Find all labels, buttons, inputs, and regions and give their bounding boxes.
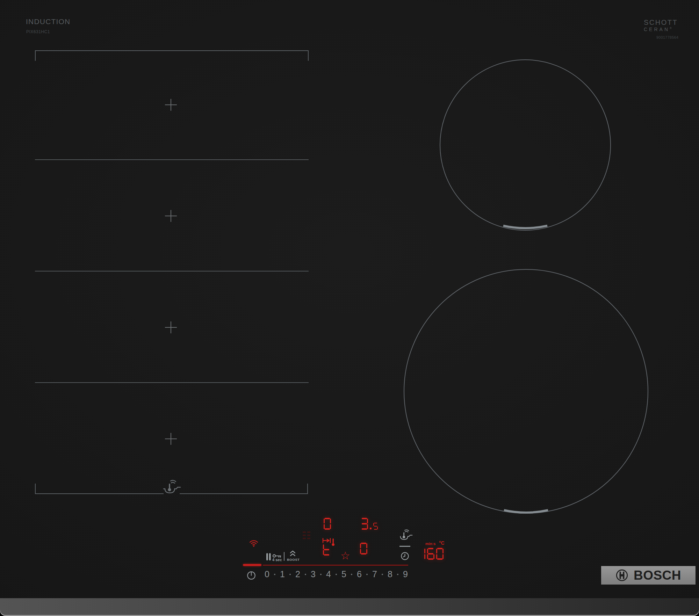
level-separator-dot (350, 574, 353, 575)
level-separator-dot (396, 574, 399, 575)
level-separator-dot (335, 574, 338, 575)
level-separator-dot (381, 574, 384, 575)
power-level-5[interactable]: 5 (338, 569, 350, 579)
pause-icon[interactable] (266, 553, 272, 561)
serial-number: 9001778564 (656, 35, 678, 39)
flex-zone-1-plus-icon[interactable] (165, 99, 177, 111)
boost-chevrons-icon[interactable] (289, 550, 296, 557)
flex-zone-divider-2 (35, 271, 309, 271)
timer-unit-label: min:s (425, 542, 435, 546)
control-divider (284, 552, 284, 561)
sensor-underline (399, 546, 410, 547)
flex-zone-divider-1 (35, 159, 309, 160)
level-separator-dot (273, 574, 276, 575)
front-trim-strip (0, 598, 699, 616)
bosch-symbol-icon (615, 569, 628, 582)
flex-zone-3-plus-icon[interactable] (165, 321, 177, 333)
power-level-9[interactable]: 9 (399, 569, 412, 579)
flex-zone-bottom-bracket-right (180, 484, 308, 494)
induction-hob: INDUCTION PIX631HC1 SCHOTT CERAN® 900177… (0, 0, 699, 616)
fry-sensor-pan-icon (163, 479, 181, 494)
flex-zone-2-plus-icon[interactable] (165, 210, 177, 222)
power-slider-track[interactable] (263, 565, 408, 566)
level-separator-dot (319, 574, 322, 575)
power-button[interactable] (246, 571, 256, 580)
power-level-7[interactable]: 7 (368, 569, 381, 579)
schott-ceran-logo: SCHOTT CERAN® (644, 19, 678, 32)
front-zone-pan-marker (503, 509, 549, 515)
boost-label[interactable]: BOOST (287, 558, 300, 561)
power-level-4[interactable]: 4 (322, 569, 335, 579)
temp-mode-display (323, 544, 330, 556)
timer-display (418, 548, 444, 560)
power-level-1[interactable]: 1 (276, 569, 289, 579)
power-slider-active-segment[interactable] (243, 564, 261, 566)
power-level-row[interactable]: 0123456789 (261, 569, 412, 579)
power-level-6[interactable]: 6 (353, 569, 366, 579)
schott-logo-line1: SCHOTT (644, 19, 678, 27)
rear-right-cooking-zone (440, 59, 611, 231)
bosch-logo-badge: BOSCH (601, 566, 696, 585)
key-lock-label: 4 sec (272, 558, 282, 562)
power-level-3[interactable]: 3 (307, 569, 319, 579)
level-separator-dot (366, 574, 368, 575)
flex-zone-divider-3 (35, 382, 309, 383)
registered-mark: ® (670, 27, 672, 30)
rear-zone-pan-marker (502, 225, 548, 230)
temp-unit-label: °C (439, 540, 445, 546)
power-level-0[interactable]: 0 (261, 569, 273, 579)
flex-zone-bottom-bracket-left (35, 484, 164, 494)
level-separator-dot (304, 574, 307, 575)
unlit-display-segments (303, 531, 310, 539)
model-number-label: PIX631HC1 (26, 29, 50, 34)
product-type-label: INDUCTION (26, 17, 70, 26)
level-separator-dot (289, 574, 291, 575)
bottom-zone-level-display (360, 543, 367, 555)
flex-zone-top-bracket (35, 50, 309, 61)
front-right-cooking-zone (404, 269, 648, 514)
flex-zone-level-display (324, 518, 331, 530)
cooking-sensor-icon[interactable] (399, 529, 413, 541)
bosch-logo-text: BOSCH (634, 569, 681, 582)
wifi-icon (249, 539, 259, 547)
power-level-8[interactable]: 8 (384, 569, 396, 579)
flex-zone-4-plus-icon[interactable] (165, 433, 177, 445)
schott-logo-line2: CERAN® (644, 27, 678, 32)
favorite-star-icon[interactable]: ☆ (340, 550, 350, 561)
right-zone-level-display (361, 518, 378, 530)
timer-clock-icon[interactable] (401, 552, 409, 560)
power-level-2[interactable]: 2 (291, 569, 304, 579)
